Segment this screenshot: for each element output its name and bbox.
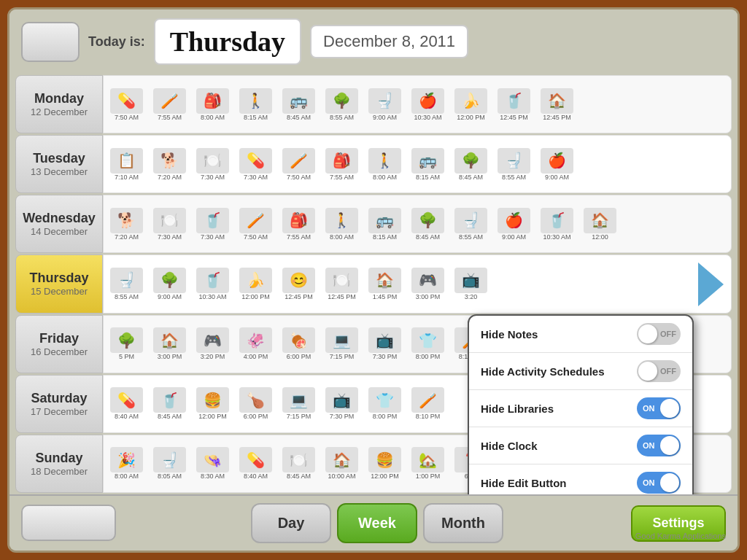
activity-item[interactable]: 🍌12:00 PM — [236, 268, 276, 300]
activity-item[interactable]: 🚽9:00 AM — [365, 88, 405, 121]
day-row[interactable]: Tuesday13 December📋7:10 AM🐕7:20 AM🍽️7:30… — [15, 135, 732, 193]
activity-item[interactable]: 🪥8:10 PM — [408, 387, 448, 420]
activity-item[interactable]: 🏠3:00 PM — [150, 327, 190, 360]
next-arrow[interactable] — [692, 262, 729, 306]
activity-item[interactable]: 🌳8:55 AM — [322, 88, 362, 121]
activity-icon: 🪥 — [411, 387, 444, 413]
activity-item[interactable]: 🚽8:05 AM — [150, 447, 190, 480]
activity-item[interactable]: 🏠12:00 — [580, 208, 620, 241]
activity-time: 8:00 AM — [373, 174, 397, 181]
activities-cell: 📋7:10 AM🐕7:20 AM🍽️7:30 AM💊7:30 AM🪥7:50 A… — [103, 135, 732, 193]
activity-item[interactable]: 💊7:30 AM — [236, 148, 276, 181]
activity-item[interactable]: 🎮3:00 PM — [408, 268, 448, 300]
activity-item[interactable]: 🍎9:00 AM — [537, 148, 577, 181]
activity-item[interactable]: 🍽️7:30 AM — [193, 148, 233, 181]
activity-item[interactable]: 💊8:40 AM — [107, 387, 147, 420]
activity-item[interactable]: 🥤10:30 AM — [537, 208, 577, 241]
toggle-hide-clock[interactable]: ON — [637, 435, 681, 456]
activity-item[interactable]: 🚶8:00 AM — [365, 148, 405, 181]
activity-item[interactable]: 🏠1:45 PM — [365, 268, 405, 300]
activity-item[interactable]: 🍖6:00 PM — [279, 327, 319, 360]
activity-item[interactable]: 💻7:15 PM — [279, 387, 319, 420]
activity-item[interactable]: 🎉8:00 AM — [107, 447, 147, 480]
current-day: Thursday — [154, 18, 301, 65]
activities-cell: 🐕7:20 AM🍽️7:30 AM🥤7:30 AM🪥7:50 AM🎒7:55 A… — [103, 195, 732, 253]
activity-item[interactable]: 🎒7:55 AM — [322, 148, 362, 181]
activity-item[interactable]: 🚽8:55 AM — [107, 268, 147, 300]
activity-item[interactable]: 👕8:00 PM — [365, 387, 405, 420]
activity-item[interactable]: 🎒7:55 AM — [279, 208, 319, 241]
activity-item[interactable]: 🌳8:45 AM — [451, 148, 491, 181]
day-label-cell[interactable]: Tuesday13 December — [15, 135, 103, 193]
toggle-hide-activity-schedules[interactable]: OFF — [637, 360, 681, 382]
activity-item[interactable]: 🚌8:15 AM — [365, 208, 405, 241]
activity-item[interactable]: 💻7:15 PM — [322, 327, 362, 360]
activity-item[interactable]: 🍎10:30 AM — [408, 88, 448, 121]
day-label-cell[interactable]: Thursday15 December — [15, 254, 103, 313]
activity-item[interactable]: 💊7:50 AM — [107, 88, 147, 121]
activity-item[interactable]: 🚽8:55 AM — [451, 208, 491, 241]
activity-item[interactable]: 🍔12:00 PM — [365, 447, 405, 480]
activity-item[interactable]: 🎮3:20 PM — [193, 327, 233, 360]
activity-item[interactable]: 💊8:40 AM — [236, 447, 276, 480]
activity-item[interactable]: 🏡1:00 PM — [408, 447, 448, 480]
toggle-hide-edit-button[interactable]: ON — [637, 472, 681, 494]
activity-item[interactable]: 🏠12:45 PM — [537, 88, 577, 121]
activity-item[interactable]: 🐕7:20 AM — [107, 208, 147, 241]
activity-item[interactable]: 🥤12:45 PM — [494, 88, 534, 121]
day-row[interactable]: Thursday15 December🚽8:55 AM🌳9:00 AM🥤10:3… — [15, 254, 732, 313]
day-label-cell[interactable]: Wednesday14 December — [15, 195, 103, 253]
activity-time: 8:55 AM — [115, 293, 139, 300]
activity-time: 12:00 PM — [371, 472, 399, 480]
activity-item[interactable]: 🌳5 PM — [107, 327, 147, 360]
toggle-hide-libraries[interactable]: ON — [637, 397, 681, 419]
activity-item[interactable]: 🍽️12:45 PM — [322, 268, 362, 300]
activity-item[interactable]: 🪥7:55 AM — [150, 88, 190, 121]
activity-item[interactable]: 🍌12:00 PM — [451, 88, 491, 121]
month-button[interactable]: Month — [423, 503, 503, 543]
activity-item[interactable]: 🏠10:00 AM — [322, 447, 362, 480]
activity-item[interactable]: 🚽8:55 AM — [494, 148, 534, 181]
activity-time: 8:40 AM — [244, 472, 268, 480]
activity-item[interactable]: 📋7:10 AM — [107, 148, 147, 181]
activity-item[interactable]: 🎒8:00 AM — [193, 88, 233, 121]
activity-item[interactable]: 🥤10:30 AM — [193, 268, 233, 300]
day-label-cell[interactable]: Monday12 December — [15, 75, 103, 133]
day-button[interactable]: Day — [251, 503, 331, 543]
activity-time: 8:45 AM — [459, 174, 483, 181]
activity-item[interactable]: 🍽️7:30 AM — [150, 208, 190, 241]
activity-item[interactable]: 📺7:30 PM — [365, 327, 405, 360]
activity-item[interactable]: 🍗6:00 PM — [236, 387, 276, 420]
activity-icon: 🏠 — [541, 88, 573, 114]
activity-item[interactable]: 📺7:30 PM — [322, 387, 362, 420]
day-row[interactable]: Monday12 December💊7:50 AM🪥7:55 AM🎒8:00 A… — [15, 75, 732, 133]
activity-item[interactable]: 🦑4:00 PM — [236, 327, 276, 360]
activity-item[interactable]: 🥤7:30 AM — [193, 208, 233, 241]
day-row[interactable]: Wednesday14 December🐕7:20 AM🍽️7:30 AM🥤7:… — [15, 195, 732, 253]
activity-item[interactable]: 🚌8:45 AM — [279, 88, 319, 121]
home-button[interactable] — [21, 22, 80, 62]
activity-item[interactable]: 👕8:00 PM — [408, 327, 448, 360]
activity-item[interactable]: 🌳9:00 AM — [150, 268, 190, 300]
activity-item[interactable]: 🪥7:50 AM — [236, 208, 276, 241]
activity-item[interactable]: 🚌8:15 AM — [408, 148, 448, 181]
activity-item[interactable]: 🥤8:45 AM — [150, 387, 190, 420]
activity-item[interactable]: 🍽️8:45 AM — [279, 447, 319, 480]
activity-item[interactable]: 😊12:45 PM — [279, 268, 319, 300]
home-button-bottom[interactable] — [21, 505, 116, 541]
day-label-cell[interactable]: Sunday18 December — [15, 435, 103, 493]
day-label-cell[interactable]: Saturday17 December — [15, 375, 103, 433]
activity-item[interactable]: 📺3:20 — [451, 268, 491, 300]
day-label-cell[interactable]: Friday16 December — [15, 315, 103, 373]
activity-item[interactable]: 🚶8:15 AM — [236, 88, 276, 121]
activity-item[interactable]: 🚶8:00 AM — [322, 208, 362, 241]
activity-item[interactable]: 👒8:30 AM — [193, 447, 233, 480]
week-button[interactable]: Week — [337, 503, 417, 543]
activity-item[interactable]: 🌳8:45 AM — [408, 208, 448, 241]
activity-item[interactable]: 🐕7:20 AM — [150, 148, 190, 181]
activity-item[interactable]: 🪥7:50 AM — [279, 148, 319, 181]
day-date: 14 December — [22, 226, 96, 237]
activity-item[interactable]: 🍎9:00 AM — [494, 208, 534, 241]
toggle-hide-notes[interactable]: OFF — [637, 323, 681, 345]
activity-item[interactable]: 🍔12:00 PM — [193, 387, 233, 420]
